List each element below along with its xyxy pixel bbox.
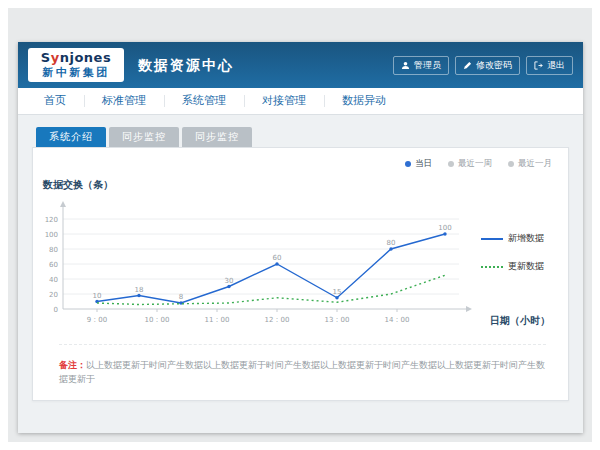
change-password-button[interactable]: 修改密码	[455, 56, 520, 75]
svg-text:60: 60	[49, 261, 58, 269]
user-button[interactable]: 管理员	[393, 56, 449, 75]
svg-text:15: 15	[333, 288, 342, 296]
svg-text:100: 100	[438, 224, 451, 232]
svg-text:40: 40	[49, 276, 58, 284]
svg-text:120: 120	[45, 216, 58, 224]
filter-last-month[interactable]: 最近一月	[508, 158, 552, 170]
logo-accent-letter: y	[51, 50, 60, 65]
svg-text:80: 80	[49, 246, 58, 254]
filter-today-label: 当日	[415, 158, 432, 170]
svg-text:0: 0	[54, 306, 58, 314]
user-icon	[401, 61, 410, 70]
logout-icon	[534, 61, 543, 70]
page-background: Synjones 新中新集团 数据资源中心 管理员 修改密码 退出	[8, 8, 592, 442]
filter-last-week-label: 最近一周	[458, 158, 492, 170]
chart-card: 当日 最近一周 最近一月 数据交换（条） 0204060801001209：00…	[32, 147, 569, 401]
tab-sync-monitor-2[interactable]: 同步监控	[182, 127, 252, 147]
svg-text:8: 8	[179, 293, 183, 301]
note-label: 备注：	[59, 360, 86, 370]
svg-text:100: 100	[45, 231, 58, 239]
app-header: Synjones 新中新集团 数据资源中心 管理员 修改密码 退出	[18, 42, 583, 88]
series-legend: 新增数据 更新数据	[481, 232, 544, 288]
legend-new-data-label: 新增数据	[508, 232, 544, 245]
main-nav: 首页 标准管理 系统管理 对接管理 数据异动	[18, 88, 583, 115]
filter-last-week-dot-icon	[448, 161, 454, 167]
svg-text:13：00: 13：00	[325, 316, 350, 324]
svg-text:12：00: 12：00	[265, 316, 290, 324]
legend-item-updated-data: 更新数据	[481, 260, 544, 273]
x-axis-title: 日期（小时）	[490, 314, 550, 328]
time-range-filters: 当日 最近一周 最近一月	[405, 158, 552, 170]
legend-updated-data-label: 更新数据	[508, 260, 544, 273]
company-logo: Synjones 新中新集团	[28, 48, 124, 82]
pencil-icon	[463, 61, 472, 70]
tab-sync-monitor-1[interactable]: 同步监控	[109, 127, 179, 147]
svg-text:14：00: 14：00	[385, 316, 410, 324]
filter-last-month-dot-icon	[508, 161, 514, 167]
svg-text:10：00: 10：00	[145, 316, 170, 324]
nav-item-home[interactable]: 首页	[26, 88, 84, 114]
svg-text:11：00: 11：00	[205, 316, 230, 324]
page-title: 数据资源中心	[138, 42, 234, 88]
logo-company-name: 新中新集团	[28, 65, 124, 80]
logout-label: 退出	[547, 59, 565, 72]
nav-item-integration-mgmt[interactable]: 对接管理	[244, 88, 324, 114]
data-exchange-line-chart: 0204060801001209：0010：0011：0012：0013：001…	[35, 194, 475, 344]
nav-item-standard-mgmt[interactable]: 标准管理	[84, 88, 164, 114]
tab-system-intro[interactable]: 系统介绍	[36, 127, 106, 147]
filter-today-dot-icon	[405, 161, 411, 167]
change-password-label: 修改密码	[476, 59, 512, 72]
user-label: 管理员	[414, 59, 441, 72]
filter-today[interactable]: 当日	[405, 158, 432, 170]
logo-wordmark: Synjones	[28, 51, 124, 65]
legend-solid-line-icon	[481, 238, 503, 240]
svg-text:30: 30	[225, 277, 234, 285]
legend-item-new-data: 新增数据	[481, 232, 544, 245]
nav-item-system-mgmt[interactable]: 系统管理	[164, 88, 244, 114]
svg-text:9：00: 9：00	[87, 316, 107, 324]
footnote: 备注：以上数据更新于时间产生数据以上数据更新于时间产生数据以上数据更新于时间产生…	[59, 344, 546, 386]
svg-text:18: 18	[135, 286, 144, 294]
y-axis-title: 数据交换（条）	[43, 178, 113, 192]
app-window: Synjones 新中新集团 数据资源中心 管理员 修改密码 退出	[18, 42, 583, 433]
svg-text:60: 60	[273, 254, 282, 262]
filter-last-month-label: 最近一月	[518, 158, 552, 170]
nav-item-data-change[interactable]: 数据异动	[324, 88, 404, 114]
content-area: 系统介绍 同步监控 同步监控 当日 最近一周 最近一月	[18, 115, 583, 433]
legend-dotted-line-icon	[481, 266, 503, 268]
header-actions: 管理员 修改密码 退出	[393, 56, 573, 75]
logout-button[interactable]: 退出	[526, 56, 573, 75]
filter-last-week[interactable]: 最近一周	[448, 158, 492, 170]
svg-text:80: 80	[387, 239, 396, 247]
svg-text:20: 20	[49, 291, 58, 299]
note-text: 以上数据更新于时间产生数据以上数据更新于时间产生数据以上数据更新于时间产生数据以…	[59, 360, 545, 384]
svg-text:10: 10	[93, 292, 102, 300]
tab-bar: 系统介绍 同步监控 同步监控	[36, 127, 252, 147]
